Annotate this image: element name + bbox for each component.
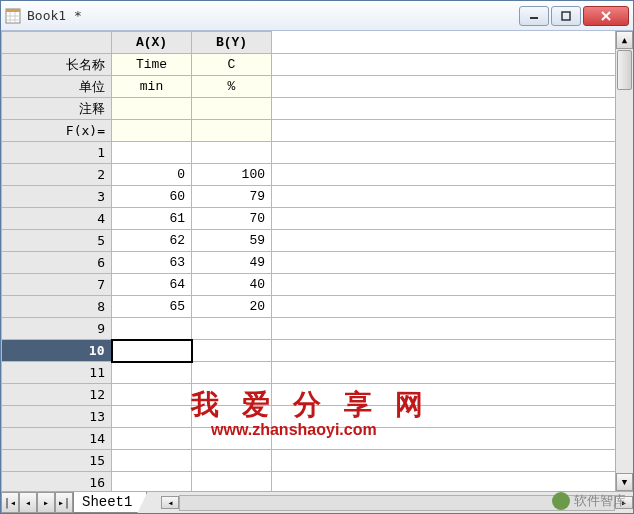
- close-button[interactable]: [583, 6, 629, 26]
- row-header-comment[interactable]: 注释: [2, 98, 112, 120]
- row-header[interactable]: 15: [2, 450, 112, 472]
- bottom-bar: |◂ ◂ ▸ ▸| Sheet1 ◂ ▸: [1, 491, 633, 513]
- cell-B[interactable]: [192, 472, 272, 492]
- cell-A[interactable]: [112, 362, 192, 384]
- horizontal-scrollbar[interactable]: ◂ ▸: [161, 492, 633, 513]
- row-header[interactable]: 6: [2, 252, 112, 274]
- row-header[interactable]: 13: [2, 406, 112, 428]
- cell-A[interactable]: [112, 428, 192, 450]
- nav-prev-button[interactable]: ◂: [19, 492, 37, 513]
- table-row: 16: [2, 472, 616, 492]
- unit-B[interactable]: %: [192, 76, 272, 98]
- row-header-unit[interactable]: 单位: [2, 76, 112, 98]
- table-row: 13: [2, 406, 616, 428]
- row-header[interactable]: 16: [2, 472, 112, 492]
- row-header[interactable]: 8: [2, 296, 112, 318]
- row-header[interactable]: 9: [2, 318, 112, 340]
- cell-B[interactable]: [192, 384, 272, 406]
- sheet-tab[interactable]: Sheet1: [73, 492, 147, 513]
- table-row: 66349: [2, 252, 616, 274]
- row-header[interactable]: 11: [2, 362, 112, 384]
- maximize-button[interactable]: [551, 6, 581, 26]
- svg-rect-7: [562, 12, 570, 20]
- hscroll-left-button[interactable]: ◂: [161, 496, 179, 509]
- cell-B[interactable]: 100: [192, 164, 272, 186]
- longname-A[interactable]: Time: [112, 54, 192, 76]
- data-table: A(X) B(Y) 长名称 Time C 单位 min % 注释: [1, 31, 615, 491]
- hscroll-right-button[interactable]: ▸: [615, 496, 633, 509]
- cell-A[interactable]: 61: [112, 208, 192, 230]
- table-row: 14: [2, 428, 616, 450]
- cell-A[interactable]: [112, 384, 192, 406]
- cell-A[interactable]: 64: [112, 274, 192, 296]
- cell-A[interactable]: [112, 472, 192, 492]
- titlebar[interactable]: Book1 *: [1, 1, 633, 31]
- scroll-up-button[interactable]: ▲: [616, 31, 633, 49]
- row-header-longname[interactable]: 长名称: [2, 54, 112, 76]
- cell-A[interactable]: [112, 406, 192, 428]
- table-row: 56259: [2, 230, 616, 252]
- cell-A[interactable]: 63: [112, 252, 192, 274]
- table-row: 11: [2, 362, 616, 384]
- empty-area: [272, 32, 616, 54]
- cell-B[interactable]: 40: [192, 274, 272, 296]
- scroll-down-button[interactable]: ▼: [616, 473, 633, 491]
- row-header[interactable]: 7: [2, 274, 112, 296]
- fx-B[interactable]: [192, 120, 272, 142]
- window-buttons: [519, 6, 629, 26]
- cell-A[interactable]: 60: [112, 186, 192, 208]
- nav-first-button[interactable]: |◂: [1, 492, 19, 513]
- svg-rect-1: [6, 9, 20, 12]
- scroll-thumb[interactable]: [617, 50, 632, 90]
- cell-A[interactable]: 0: [112, 164, 192, 186]
- cell-A[interactable]: 65: [112, 296, 192, 318]
- table-row: 46170: [2, 208, 616, 230]
- nav-last-button[interactable]: ▸|: [55, 492, 73, 513]
- table-row: 36079: [2, 186, 616, 208]
- comment-B[interactable]: [192, 98, 272, 120]
- longname-B[interactable]: C: [192, 54, 272, 76]
- scroll-track[interactable]: [616, 91, 633, 473]
- cell-B[interactable]: [192, 362, 272, 384]
- worksheet-grid[interactable]: A(X) B(Y) 长名称 Time C 单位 min % 注释: [1, 31, 615, 491]
- cell-B[interactable]: [192, 450, 272, 472]
- row-header[interactable]: 4: [2, 208, 112, 230]
- cell-A[interactable]: [112, 340, 192, 362]
- cell-A[interactable]: 62: [112, 230, 192, 252]
- cell-B[interactable]: 70: [192, 208, 272, 230]
- row-header[interactable]: 10: [2, 340, 112, 362]
- col-header-A[interactable]: A(X): [112, 32, 192, 54]
- cell-B[interactable]: 59: [192, 230, 272, 252]
- cell-B[interactable]: 49: [192, 252, 272, 274]
- unit-A[interactable]: min: [112, 76, 192, 98]
- cell-B[interactable]: [192, 428, 272, 450]
- row-header[interactable]: 2: [2, 164, 112, 186]
- cell-B[interactable]: [192, 318, 272, 340]
- cell-B[interactable]: [192, 142, 272, 164]
- table-row: 86520: [2, 296, 616, 318]
- cell-A[interactable]: [112, 450, 192, 472]
- minimize-button[interactable]: [519, 6, 549, 26]
- col-header-B[interactable]: B(Y): [192, 32, 272, 54]
- cell-B[interactable]: 20: [192, 296, 272, 318]
- row-header[interactable]: 12: [2, 384, 112, 406]
- cell-B[interactable]: 79: [192, 186, 272, 208]
- cell-A[interactable]: [112, 142, 192, 164]
- fx-A[interactable]: [112, 120, 192, 142]
- table-row: 9: [2, 318, 616, 340]
- table-row: 20100: [2, 164, 616, 186]
- cell-B[interactable]: [192, 406, 272, 428]
- vertical-scrollbar[interactable]: ▲ ▼: [615, 31, 633, 491]
- cell-A[interactable]: [112, 318, 192, 340]
- row-header-fx[interactable]: F(x)=: [2, 120, 112, 142]
- cell-B[interactable]: [192, 340, 272, 362]
- row-header[interactable]: 1: [2, 142, 112, 164]
- comment-A[interactable]: [112, 98, 192, 120]
- row-header[interactable]: 14: [2, 428, 112, 450]
- table-row: 1: [2, 142, 616, 164]
- corner-cell[interactable]: [2, 32, 112, 54]
- row-header[interactable]: 5: [2, 230, 112, 252]
- nav-next-button[interactable]: ▸: [37, 492, 55, 513]
- hscroll-track[interactable]: [179, 495, 615, 511]
- row-header[interactable]: 3: [2, 186, 112, 208]
